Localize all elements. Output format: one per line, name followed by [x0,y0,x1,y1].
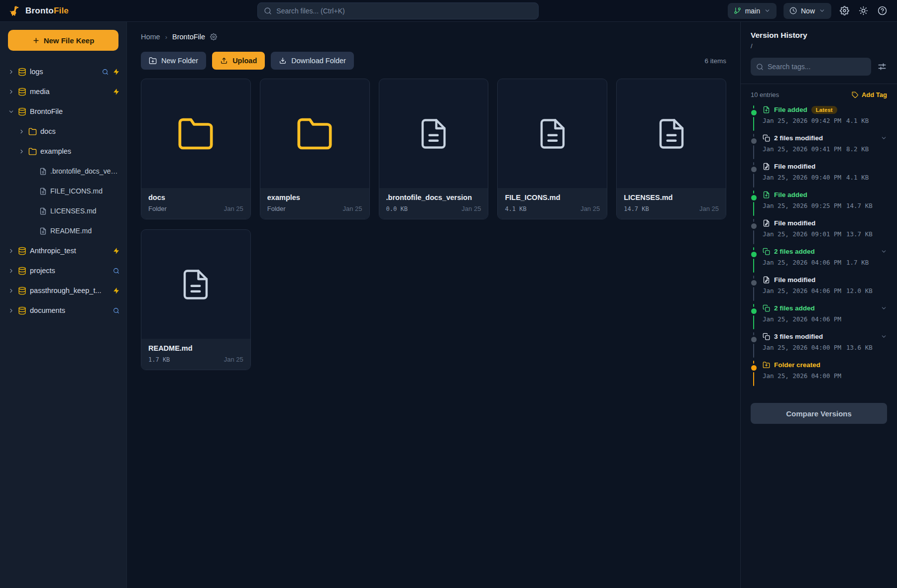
add-tag-button[interactable]: Add Tag [852,91,887,98]
sidebar-item-label: docs [40,127,119,135]
settings-gear-icon[interactable] [838,5,850,17]
version-entry[interactable]: File addedLatestJan 25, 2026 09:42 PM4.1… [751,105,887,134]
chevron-down-icon[interactable] [881,333,887,340]
file-size: 14.7 KB [624,205,649,212]
version-entry[interactable]: 2 files addedJan 25, 2026 04:06 PM [751,304,887,332]
sidebar-item-documents[interactable]: documents [0,300,126,320]
file-card-docs[interactable]: docsFolderJan 25 [141,79,251,219]
sidebar-item-logs[interactable]: logs [0,62,126,82]
help-icon[interactable] [876,5,888,17]
file-card-readme-md[interactable]: README.md1.7 KBJan 25 [141,229,251,370]
timeline-dot [751,252,757,257]
sidebar-item-label: passthrough_keep_t... [30,287,110,294]
trailing-icons [113,89,119,95]
folder-icon [28,127,37,136]
global-search[interactable] [257,2,539,19]
file-card-licenses-md[interactable]: LICENSES.md14.7 KBJan 25 [616,79,726,219]
search-icon[interactable] [113,268,119,274]
file-size: 0.0 KB [386,205,408,212]
file-card-examples[interactable]: examplesFolderJan 25 [260,79,370,219]
timeline-dot [751,337,757,342]
version-entry[interactable]: File modifiedJan 25, 2026 04:06 PM12.0 K… [751,276,887,304]
version-entry-date: Jan 25, 2026 04:06 PM [763,259,841,266]
chevron-down-icon [764,7,771,14]
chevron-down-icon[interactable] [8,108,14,115]
search-icon [756,63,764,71]
search-icon[interactable] [102,69,109,75]
chevron-right-icon[interactable] [8,268,14,274]
database-icon [18,306,26,315]
file-name: examples [267,194,362,201]
file-plus-icon [763,106,770,113]
chevron-right-icon[interactable] [18,148,25,155]
search-icon[interactable] [113,307,119,314]
file-card--brontofile-docs-version[interactable]: .brontofile_docs_version0.0 KBJan 25 [379,79,489,219]
chevron-right-icon[interactable] [18,128,25,135]
tag-search[interactable] [751,58,871,76]
sidebar-item-brontofile[interactable]: BrontoFile [0,101,126,121]
zap-icon[interactable] [113,69,119,75]
chevron-down-icon [819,7,825,14]
chevron-right-icon[interactable] [8,288,14,294]
zap-icon[interactable] [113,288,119,294]
sidebar-item-media[interactable]: media [0,82,126,101]
sidebar-item-file-icons-md[interactable]: FILE_ICONS.md [0,181,126,201]
sidebar-item-projects[interactable]: projects [0,261,126,281]
file-card-footer: docsFolderJan 25 [141,188,250,219]
theme-sun-icon[interactable] [857,5,869,17]
new-folder-button[interactable]: New Folder [141,52,206,70]
sidebar-item-docs[interactable]: docs [0,121,126,141]
zap-icon[interactable] [113,89,119,95]
chevron-right-icon[interactable] [8,307,14,314]
version-entry[interactable]: 2 files addedJan 25, 2026 04:06 PM1.7 KB [751,247,887,276]
version-entry-title: 2 files added [774,304,815,312]
version-entry[interactable]: Folder createdJan 25, 2026 04:00 PM [751,361,887,389]
sidebar-item-passthrough-keep-t-[interactable]: passthrough_keep_t... [0,281,126,300]
folder-settings-gear-icon[interactable] [210,33,217,40]
version-entry[interactable]: File modifiedJan 25, 2026 09:40 PM4.1 KB [751,162,887,191]
file-icon [617,79,726,188]
compare-versions-button[interactable]: Compare Versions [751,403,887,424]
main-content: Home › BrontoFile New Folder Upload [127,22,740,588]
file-date: Jan 25 [580,205,600,212]
breadcrumb-home[interactable]: Home [141,33,160,41]
sidebar-item-anthropic-test[interactable]: Anthropic_test [0,241,126,261]
database-icon [18,88,26,96]
time-selector[interactable]: Now [784,3,831,19]
folder-icon [260,79,369,188]
chevron-right-icon[interactable] [8,89,14,95]
breadcrumb-separator: › [165,33,167,41]
chevron-right-icon[interactable] [8,69,14,75]
chevron-down-icon[interactable] [881,135,887,141]
chevron-right-icon[interactable] [8,248,14,254]
filter-sliders-icon[interactable] [877,62,887,72]
sidebar-item-label: .brontofile_docs_versi... [50,167,119,175]
chevron-down-icon[interactable] [881,305,887,311]
file-name: LICENSES.md [624,194,719,201]
file-card-file-icons-md[interactable]: FILE_ICONS.md4.1 KBJan 25 [497,79,607,219]
timeline-rail [751,162,757,191]
version-entry[interactable]: 3 files modifiedJan 25, 2026 04:00 PM13.… [751,332,887,361]
sidebar-item-readme-md[interactable]: README.md [0,221,126,241]
tag-search-input[interactable] [768,63,866,71]
version-entry-meta: Jan 25, 2026 09:25 PM14.7 KB [763,202,887,209]
download-icon [279,57,287,65]
upload-button[interactable]: Upload [212,52,265,70]
download-folder-button[interactable]: Download Folder [271,52,354,70]
global-search-input[interactable] [276,7,532,15]
sidebar-item-examples[interactable]: examples [0,141,126,161]
timeline-rail [751,105,757,134]
version-entry[interactable]: File addedJan 25, 2026 09:25 PM14.7 KB [751,191,887,219]
branch-selector[interactable]: main [728,3,777,19]
file-date: Jan 25 [343,205,362,212]
version-entry[interactable]: File modifiedJan 25, 2026 09:01 PM13.7 K… [751,219,887,247]
chevron-down-icon[interactable] [881,248,887,255]
file-card-footer: README.md1.7 KBJan 25 [141,339,250,370]
sidebar-item-licenses-md[interactable]: LICENSES.md [0,201,126,221]
new-file-keep-button[interactable]: New File Keep [8,30,118,51]
sidebar-item--brontofile-docs-versi-[interactable]: .brontofile_docs_versi... [0,161,126,181]
file-pen-icon [763,276,770,284]
version-entry[interactable]: 2 files modifiedJan 25, 2026 09:41 PM8.2… [751,134,887,162]
file-size: 4.1 KB [505,205,526,212]
zap-icon[interactable] [113,248,119,254]
